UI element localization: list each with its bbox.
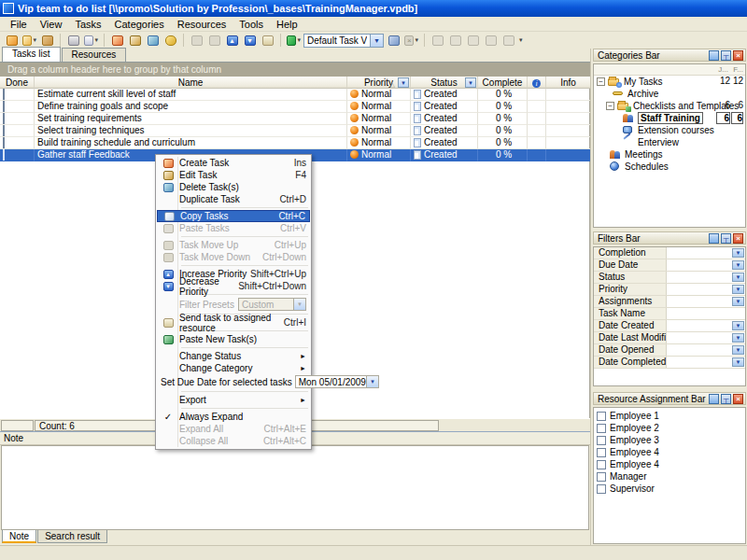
resource-item[interactable]: Manager bbox=[594, 470, 745, 483]
filter-value[interactable]: ▼ bbox=[667, 332, 745, 343]
due-date-picker[interactable]: Mon 05/01/2009▼ bbox=[295, 375, 379, 388]
increase-priority-button[interactable]: ▲ bbox=[224, 34, 240, 48]
resource-item[interactable]: Employee 1 bbox=[594, 410, 745, 422]
pin-icon[interactable]: ┬ bbox=[721, 233, 731, 244]
column-header-complete[interactable]: Complete bbox=[478, 77, 528, 89]
menu-view[interactable]: View bbox=[34, 18, 69, 31]
column-header-note-indicator[interactable]: i bbox=[528, 77, 546, 89]
dropdown-icon[interactable]: ▼ bbox=[732, 285, 744, 294]
task-checkbox[interactable] bbox=[3, 125, 5, 136]
task-checkbox[interactable] bbox=[3, 113, 5, 124]
menu-item-send-task[interactable]: Send task to assigned resourceCtrl+I bbox=[157, 316, 310, 329]
edit-task-button[interactable] bbox=[127, 34, 143, 48]
delete-task-button[interactable] bbox=[145, 34, 161, 48]
apply-filter-button[interactable] bbox=[386, 34, 402, 48]
pin-icon[interactable]: ┬ bbox=[721, 50, 731, 61]
collapse-icon[interactable]: − bbox=[597, 77, 605, 86]
filter-value[interactable]: ▼ bbox=[667, 272, 745, 283]
filter-value[interactable]: ▼ bbox=[667, 247, 745, 259]
resource-checkbox[interactable] bbox=[597, 436, 606, 445]
resource-checkbox[interactable] bbox=[597, 472, 606, 482]
save-button[interactable] bbox=[39, 34, 55, 48]
tree-item-checklists-and-templates[interactable]: − Checklists and Templates 66 bbox=[594, 100, 745, 112]
menu-item-duplicate-task[interactable]: Duplicate TaskCtrl+D bbox=[157, 193, 310, 205]
tree-item-meetings[interactable]: Meetings bbox=[594, 148, 745, 161]
print-button[interactable] bbox=[65, 34, 81, 48]
clear-filter-dropdown-arrow[interactable]: ▾ bbox=[415, 36, 418, 44]
menu-item-change-status[interactable]: Change Status► bbox=[157, 350, 310, 362]
close-icon[interactable]: × bbox=[733, 394, 743, 404]
close-icon[interactable]: × bbox=[733, 50, 743, 61]
menu-item-paste-tasks[interactable]: Paste TasksCtrl+V bbox=[157, 222, 310, 234]
tree-view-dropdown-arrow[interactable]: ▾ bbox=[297, 36, 301, 44]
task-checkbox[interactable] bbox=[3, 149, 5, 161]
menu-item-create-task[interactable]: Create TaskIns bbox=[157, 157, 310, 169]
filter-value[interactable]: ▼ bbox=[667, 259, 745, 271]
open-list-button[interactable]: ▾ bbox=[21, 34, 37, 48]
tree-item-staff-training[interactable]: Staff Training 6 6 bbox=[594, 112, 745, 124]
resource-checkbox[interactable] bbox=[597, 412, 606, 421]
resource-item[interactable]: Supervisor bbox=[594, 483, 745, 495]
group-collapse-button[interactable] bbox=[447, 34, 463, 48]
print-preview-dropdown-arrow[interactable]: ▾ bbox=[94, 36, 98, 44]
task-checkbox[interactable] bbox=[3, 137, 5, 148]
decrease-priority-button[interactable]: ▼ bbox=[242, 34, 258, 48]
status-filter-button[interactable]: ▼ bbox=[465, 77, 476, 88]
auto-hide-icon[interactable] bbox=[709, 233, 719, 244]
menu-help[interactable]: Help bbox=[270, 18, 304, 31]
pin-icon[interactable]: ┬ bbox=[721, 394, 731, 404]
menu-item-delete-tasks[interactable]: Delete Task(s) bbox=[157, 181, 310, 193]
group-expand-button[interactable] bbox=[430, 34, 445, 48]
filter-presets-combo[interactable]: Custom▼ bbox=[238, 298, 306, 311]
filter-value[interactable]: ▼ bbox=[667, 320, 745, 331]
task-checkbox[interactable] bbox=[3, 89, 5, 100]
menu-tasks[interactable]: Tasks bbox=[68, 18, 107, 31]
column-header-name[interactable]: Name bbox=[35, 77, 347, 89]
auto-hide-icon[interactable] bbox=[709, 394, 719, 404]
resource-item[interactable]: Employee 3 bbox=[594, 434, 745, 446]
task-checkbox[interactable] bbox=[3, 101, 5, 112]
task-view-combo-arrow[interactable]: ▼ bbox=[370, 35, 383, 47]
new-list-button[interactable] bbox=[4, 34, 20, 48]
menu-tools[interactable]: Tools bbox=[233, 18, 270, 31]
tree-item-enterview[interactable]: Enterview bbox=[594, 136, 745, 148]
resource-item[interactable]: Employee 4 bbox=[594, 458, 745, 470]
filter-value[interactable] bbox=[667, 308, 745, 319]
dropdown-icon[interactable]: ▼ bbox=[366, 376, 378, 387]
toolbar-overflow-arrow[interactable]: ▾ bbox=[519, 36, 523, 44]
tree-item-my-tasks[interactable]: − My Tasks 1212 bbox=[594, 76, 745, 88]
dropdown-icon[interactable]: ▼ bbox=[732, 260, 744, 270]
menu-item-decrease-priority[interactable]: ▼ Decrease PriorityShift+Ctrl+Down bbox=[157, 280, 310, 292]
assign-resource-button[interactable] bbox=[162, 34, 178, 48]
auto-hide-icon[interactable] bbox=[709, 50, 719, 61]
clear-filter-button[interactable]: ×▾ bbox=[403, 34, 419, 48]
menu-item-task-move-down[interactable]: Task Move DownCtrl+Down bbox=[157, 251, 310, 263]
menu-file[interactable]: File bbox=[4, 18, 34, 31]
resource-checkbox[interactable] bbox=[597, 448, 606, 457]
dropdown-icon[interactable]: ▼ bbox=[732, 345, 744, 355]
task-move-up-button[interactable] bbox=[189, 34, 204, 48]
menu-item-collapse-all[interactable]: Collapse AllCtrl+Alt+C bbox=[157, 435, 310, 447]
menu-item-expand-all[interactable]: Expand AllCtrl+Alt+E bbox=[157, 423, 310, 435]
tree-item-schedules[interactable]: Schedules bbox=[594, 161, 745, 173]
send-task-button[interactable] bbox=[260, 34, 275, 48]
resource-item[interactable]: Employee 2 bbox=[594, 422, 745, 434]
copy-list-button[interactable] bbox=[500, 34, 516, 48]
priority-filter-button[interactable]: ▼ bbox=[398, 77, 409, 88]
tree-item-archive[interactable]: Archive bbox=[594, 88, 745, 100]
menu-item-export[interactable]: Export► bbox=[157, 394, 310, 406]
resource-checkbox[interactable] bbox=[597, 460, 606, 469]
column-header-info[interactable]: Info bbox=[546, 77, 590, 89]
close-icon[interactable]: × bbox=[733, 233, 743, 244]
menu-categories[interactable]: Categories bbox=[108, 18, 171, 31]
dropdown-icon[interactable]: ▼ bbox=[732, 273, 744, 282]
collapse-icon[interactable]: − bbox=[606, 102, 614, 110]
dropdown-icon[interactable]: ▼ bbox=[732, 357, 744, 367]
column-header-status[interactable]: Status ▼ bbox=[411, 77, 478, 89]
tab-resources[interactable]: Resources bbox=[62, 48, 127, 62]
task-move-down-button[interactable] bbox=[206, 34, 222, 48]
dropdown-icon[interactable]: ▼ bbox=[732, 297, 744, 306]
filter-value[interactable]: ▼ bbox=[667, 284, 745, 295]
menu-item-edit-task[interactable]: Edit TaskF4 bbox=[157, 169, 310, 181]
categories-column-headers[interactable]: J... F... bbox=[594, 64, 745, 76]
